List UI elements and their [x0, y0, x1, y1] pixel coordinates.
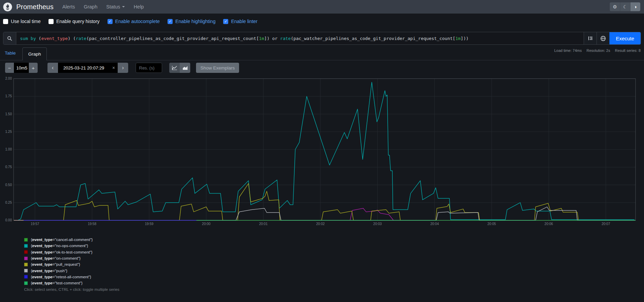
settings-gear-icon[interactable]: ⚙: [610, 2, 620, 11]
promql-expression-input[interactable]: sum by (event_type) (rate(pac_controller…: [16, 32, 584, 44]
svg-text:0.00: 0.00: [5, 218, 12, 222]
checkbox-autocomplete[interactable]: ✓ Enable autocomplete: [108, 19, 160, 24]
svg-text:20:07: 20:07: [602, 222, 610, 226]
legend-item[interactable]: {event_type="ok-to-test-comment"}: [24, 249, 93, 255]
search-icon: [3, 32, 16, 44]
svg-text:20:01: 20:01: [259, 222, 268, 226]
legend-swatch: [24, 263, 28, 266]
query-bar: sum by (event_type) (rate(pac_controller…: [3, 32, 641, 45]
nav-item-alerts[interactable]: Alerts: [62, 4, 75, 9]
series-line-pull_request: [63, 183, 578, 220]
time-series-chart[interactable]: 0.000.250.500.751.001.251.501.752.0019:5…: [0, 0, 644, 302]
time-forward-chevron-button[interactable]: ›: [118, 63, 128, 73]
legend-item[interactable]: {event_type="on-comment"}: [24, 255, 93, 261]
tab-table[interactable]: Table: [5, 51, 16, 56]
legend-item[interactable]: {event_type="push"}: [24, 267, 93, 274]
svg-text:1.25: 1.25: [5, 130, 12, 134]
theme-toggle-group: ⚙ ☾ ◑: [610, 2, 640, 11]
svg-text:0.25: 0.25: [5, 201, 12, 204]
checkbox-highlighting[interactable]: ✓ Enable highlighting: [168, 19, 215, 24]
stat-result-series: Result series: 8: [615, 48, 641, 53]
legend-label: {event_type="push"}: [31, 269, 67, 273]
globe-icon: [600, 36, 606, 41]
nav-item-graph[interactable]: Graph: [84, 4, 97, 9]
legend-swatch: [24, 281, 28, 285]
legend-swatch: [24, 269, 28, 273]
svg-text:20:05: 20:05: [487, 222, 496, 226]
chart-legend: {event_type="cancel-all-comment"}{event_…: [24, 237, 93, 286]
legend-hint: Click: select series, CTRL + click: togg…: [24, 287, 119, 291]
execute-button[interactable]: Execute: [609, 32, 641, 44]
checkbox-box: [3, 19, 8, 24]
range-increase-button[interactable]: +: [29, 63, 38, 73]
series-line-no-ops-comment: [18, 82, 635, 220]
legend-label: {event_type="no-ops-comment"}: [31, 244, 88, 248]
svg-text:20:02: 20:02: [316, 222, 325, 226]
svg-text:0.75: 0.75: [5, 165, 12, 169]
svg-text:1.00: 1.00: [5, 147, 12, 151]
metrics-explorer-button[interactable]: [584, 32, 597, 44]
metrics-explorer-icon: [588, 36, 593, 41]
legend-label: {event_type="pull_request"}: [31, 262, 80, 266]
svg-text:19:58: 19:58: [88, 222, 96, 226]
range-control-group: − +: [5, 63, 38, 73]
svg-text:1.75: 1.75: [5, 94, 12, 98]
legend-item[interactable]: {event_type="cancel-all-comment"}: [24, 237, 93, 243]
tab-graph[interactable]: Graph: [22, 47, 47, 60]
nav-item-help[interactable]: Help: [134, 4, 144, 9]
legend-swatch: [24, 257, 28, 260]
stacked-chart-icon: [182, 65, 188, 70]
svg-text:20:00: 20:00: [202, 222, 211, 226]
legend-item[interactable]: {event_type="pull_request"}: [24, 261, 93, 267]
navbar: Prometheus Alerts Graph Status Help ⚙ ☾ …: [0, 0, 644, 14]
app-title: Prometheus: [16, 3, 54, 11]
line-chart-icon: [172, 65, 177, 70]
time-control-group: ‹ × ›: [47, 63, 128, 73]
legend-item[interactable]: {event_type="retest-all-comment"}: [24, 274, 93, 280]
svg-text:2.00: 2.00: [5, 77, 12, 80]
checkbox-box: [48, 19, 54, 24]
range-decrease-button[interactable]: −: [5, 63, 14, 73]
checkbox-query-history[interactable]: Enable query history: [48, 19, 100, 24]
line-chart-toggle-button[interactable]: [169, 63, 180, 73]
checkbox-box: ✓: [108, 19, 113, 24]
legend-item[interactable]: {event_type="test-comment"}: [24, 280, 93, 286]
svg-text:0.50: 0.50: [5, 183, 12, 187]
svg-text:20:06: 20:06: [545, 222, 553, 226]
checkbox-use-local-time[interactable]: Use local time: [3, 19, 41, 24]
legend-swatch: [24, 244, 28, 248]
stacked-chart-toggle-button[interactable]: [180, 63, 190, 73]
svg-text:20:03: 20:03: [373, 222, 382, 226]
brand-link[interactable]: Prometheus: [3, 2, 54, 12]
stat-load-time: Load time: 74ms: [554, 48, 582, 53]
legend-item[interactable]: {event_type="no-ops-comment"}: [24, 243, 93, 249]
legend-swatch: [24, 238, 28, 242]
datetime-input[interactable]: [58, 63, 110, 73]
prometheus-logo-icon: [3, 2, 12, 12]
range-input[interactable]: [14, 63, 29, 73]
query-options-row: Use local time Enable query history ✓ En…: [3, 16, 257, 26]
resolution-input[interactable]: [136, 63, 162, 73]
show-exemplars-button[interactable]: Show Exemplars: [196, 63, 239, 73]
query-stats: Load time: 74ms Resolution: 2s Result se…: [554, 48, 641, 53]
svg-text:20:04: 20:04: [430, 222, 439, 226]
nav-item-status[interactable]: Status: [106, 4, 125, 9]
chevron-down-icon: [122, 6, 125, 7]
format-expression-button[interactable]: [597, 32, 609, 44]
legend-label: {event_type="cancel-all-comment"}: [31, 238, 93, 242]
legend-swatch: [24, 275, 28, 279]
legend-label: {event_type="test-comment"}: [31, 281, 82, 285]
svg-text:19:57: 19:57: [31, 222, 39, 226]
dark-mode-moon-icon[interactable]: ☾: [620, 2, 630, 11]
checkbox-box: ✓: [223, 19, 228, 24]
legend-label: {event_type="ok-to-test-comment"}: [31, 250, 93, 254]
chart-type-group: [169, 63, 190, 73]
checkbox-linter[interactable]: ✓ Enable linter: [223, 19, 257, 24]
time-back-chevron-button[interactable]: ‹: [47, 63, 58, 73]
svg-text:19:59: 19:59: [145, 222, 153, 226]
tabs-divider: [0, 60, 644, 60]
auto-theme-contrast-icon[interactable]: ◑: [630, 2, 640, 11]
checkbox-box: ✓: [168, 19, 173, 24]
clear-time-icon[interactable]: ×: [110, 63, 118, 73]
legend-label: {event_type="retest-all-comment"}: [31, 275, 91, 279]
